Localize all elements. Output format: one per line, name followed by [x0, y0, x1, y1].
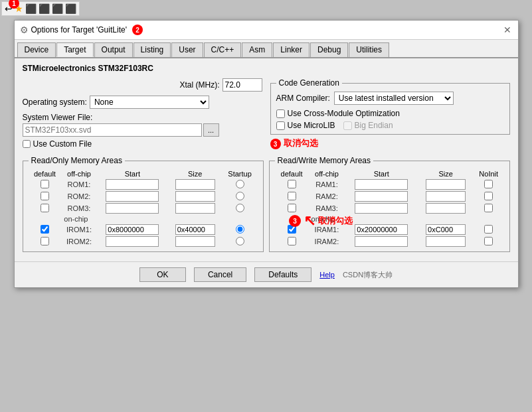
tab-listing[interactable]: Listing	[133, 42, 171, 57]
table-row: ROM1:	[29, 178, 258, 190]
cross-module-label: Use Cross-Module Optimization	[288, 109, 400, 118]
rom-header-startup: Startup	[222, 169, 258, 178]
tab-user[interactable]: User	[171, 42, 203, 57]
rom1-start-input[interactable]	[106, 179, 159, 190]
tab-cpp[interactable]: C/C++	[204, 42, 242, 57]
tab-utilities[interactable]: Utilities	[349, 42, 389, 57]
compiler-row: ARM Compiler: Use latest installed versi…	[276, 92, 504, 105]
irom2-startup-radio[interactable]	[236, 237, 244, 245]
iram2-default-checkbox[interactable]	[288, 237, 296, 245]
ram3-start-input[interactable]	[355, 203, 408, 214]
ram3-size-input[interactable]	[426, 203, 466, 214]
tab-debug[interactable]: Debug	[310, 42, 348, 57]
irom2-start-input[interactable]	[106, 236, 159, 247]
rom1-default-checkbox[interactable]	[41, 180, 49, 188]
iram1-size-input[interactable]	[426, 224, 466, 235]
xtal-input[interactable]	[222, 78, 262, 92]
close-button[interactable]: ✕	[502, 25, 513, 35]
iram1-noinit-checkbox[interactable]	[484, 225, 493, 234]
tab-content: STMicroelectronics STM32F103RC Xtal (MHz…	[15, 58, 518, 261]
right-panel: Code Generation ARM Compiler: Use latest…	[270, 78, 510, 152]
rom3-startup-radio[interactable]	[236, 204, 244, 212]
irom1-startup-radio[interactable]	[236, 225, 244, 234]
main-window: ⚙ Options for Target 'GuitLite' 2 ✕ Devi…	[14, 20, 519, 288]
ram1-default-checkbox[interactable]	[288, 180, 296, 188]
rom-header-start: Start	[97, 169, 168, 178]
table-row: ROM3:	[29, 202, 258, 214]
table-row: RAM3:	[275, 202, 504, 214]
read-only-memory-group: Read/Only Memory Areas default off-chip …	[23, 156, 264, 252]
rom-header-size: Size	[168, 169, 222, 178]
rom2-size-input[interactable]	[175, 191, 215, 202]
tab-output[interactable]: Output	[94, 42, 133, 57]
ram3-default-checkbox[interactable]	[288, 204, 296, 212]
iram2-size-input[interactable]	[426, 236, 466, 247]
toolbar-icon-3[interactable]: ⬛	[25, 3, 37, 14]
irom1-default-checkbox[interactable]	[41, 225, 49, 234]
ok-button[interactable]: OK	[139, 267, 186, 282]
toolbar-icon-6[interactable]: ⬛	[65, 3, 76, 14]
rom3-start-input[interactable]	[106, 203, 159, 214]
compiler-select[interactable]: Use latest installed version	[334, 92, 454, 105]
tab-asm[interactable]: Asm	[242, 42, 272, 57]
rom1-startup-radio[interactable]	[236, 180, 244, 188]
annotation-area: 3 取消勾选	[270, 139, 510, 152]
cross-opt-row: Use Cross-Module Optimization	[276, 109, 504, 118]
defaults-button[interactable]: Defaults	[254, 267, 311, 282]
ram1-size-input[interactable]	[426, 179, 466, 190]
main-toolbar: ↩ ★ ⬛ ⬛ ⬛ ⬛ 1	[1, 1, 80, 16]
rom2-default-checkbox[interactable]	[41, 192, 49, 200]
irom2-default-checkbox[interactable]	[41, 237, 49, 245]
os-select[interactable]: None	[90, 96, 209, 109]
rom-header-default: default	[29, 169, 62, 178]
big-endian-label: Big Endian	[355, 121, 393, 130]
irom1-start-input[interactable]	[106, 224, 159, 235]
ram2-default-checkbox[interactable]	[288, 192, 296, 200]
tab-target[interactable]: Target	[56, 42, 93, 57]
ram2-noinit-checkbox[interactable]	[484, 192, 493, 200]
toolbar-icon-4[interactable]: ⬛	[39, 3, 50, 14]
table-row: RAM2:	[275, 190, 504, 202]
svd-input[interactable]	[23, 123, 202, 137]
help-link[interactable]: Help	[319, 271, 335, 279]
ram2-start-input[interactable]	[355, 191, 408, 202]
big-endian-checkbox[interactable]	[343, 121, 352, 130]
custom-file-checkbox[interactable]	[23, 140, 31, 148]
annotation-circle-3: 3	[270, 139, 281, 149]
iram1-default-checkbox[interactable]	[288, 225, 296, 234]
memory-panels: Read/Only Memory Areas default off-chip …	[23, 156, 510, 256]
ram-header-offchip: off-chip	[309, 169, 345, 178]
left-panel: Xtal (MHz): Operating system: None Syste…	[23, 78, 262, 152]
table-row: IROM1:	[29, 224, 258, 236]
irom1-size-input[interactable]	[175, 224, 215, 235]
custom-file-row: Use Custom File	[23, 139, 262, 149]
read-write-memory-group: Read/Write Memory Areas default off-chip…	[269, 156, 510, 252]
ram3-noinit-checkbox[interactable]	[484, 204, 493, 212]
read-only-memory-title: Read/Only Memory Areas	[29, 156, 125, 165]
rom3-size-input[interactable]	[175, 203, 215, 214]
cross-module-checkbox[interactable]	[276, 109, 285, 118]
ram1-noinit-checkbox[interactable]	[484, 180, 493, 188]
cancel-button[interactable]: Cancel	[194, 267, 246, 282]
iram2-start-input[interactable]	[355, 236, 408, 247]
svd-browse-button[interactable]: ...	[203, 123, 219, 137]
tab-bar: Device Target Output Listing User C/C++ …	[15, 40, 518, 58]
rom2-startup-radio[interactable]	[236, 192, 244, 200]
iram1-start-input[interactable]	[355, 224, 408, 235]
iram2-noinit-checkbox[interactable]	[484, 237, 493, 245]
tab-device[interactable]: Device	[17, 42, 56, 57]
microlib-checkbox[interactable]	[276, 121, 285, 130]
ram-header-start: Start	[345, 169, 418, 178]
rom2-start-input[interactable]	[106, 191, 159, 202]
ram1-start-input[interactable]	[355, 179, 408, 190]
rom1-size-input[interactable]	[175, 179, 215, 190]
svd-input-row: ...	[23, 123, 262, 137]
code-generation-title: Code Generation	[276, 78, 342, 88]
ram2-size-input[interactable]	[426, 191, 466, 202]
toolbar-icon-5[interactable]: ⬛	[52, 3, 63, 14]
table-row: ROM2:	[29, 190, 258, 202]
irom2-size-input[interactable]	[175, 236, 215, 247]
table-row: IROM2:	[29, 236, 258, 247]
tab-linker[interactable]: Linker	[273, 42, 310, 57]
rom3-default-checkbox[interactable]	[41, 204, 49, 212]
